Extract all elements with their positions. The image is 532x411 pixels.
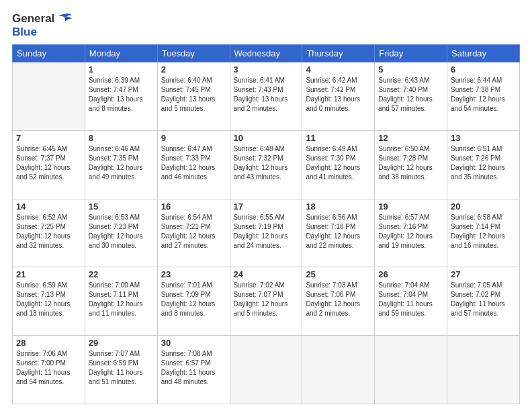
day-number: 3 (234, 64, 299, 75)
header: General Blue (12, 12, 520, 39)
day-info: Sunrise: 6:43 AMSunset: 7:40 PMDaylight:… (378, 76, 443, 113)
table-row: 13Sunrise: 6:51 AMSunset: 7:26 PMDayligh… (447, 130, 520, 199)
day-info: Sunrise: 6:44 AMSunset: 7:38 PMDaylight:… (451, 76, 516, 113)
table-row: 11Sunrise: 6:49 AMSunset: 7:30 PMDayligh… (302, 130, 375, 199)
table-row: 8Sunrise: 6:46 AMSunset: 7:35 PMDaylight… (85, 130, 157, 199)
day-number: 26 (378, 269, 443, 279)
table-row: 6Sunrise: 6:44 AMSunset: 7:38 PMDaylight… (447, 62, 520, 131)
table-row: 29Sunrise: 7:07 AMSunset: 6:59 PMDayligh… (85, 336, 157, 404)
table-row: 20Sunrise: 6:58 AMSunset: 7:14 PMDayligh… (447, 199, 520, 267)
calendar-week-row: 21Sunrise: 6:59 AMSunset: 7:13 PMDayligh… (13, 267, 520, 336)
day-number: 7 (16, 133, 81, 143)
day-number: 16 (161, 201, 226, 212)
day-info: Sunrise: 6:41 AMSunset: 7:43 PMDaylight:… (234, 76, 299, 113)
day-info: Sunrise: 6:52 AMSunset: 7:25 PMDaylight:… (16, 213, 81, 250)
calendar-week-row: 28Sunrise: 7:06 AMSunset: 7:00 PMDayligh… (13, 336, 520, 404)
day-info: Sunrise: 7:06 AMSunset: 7:00 PMDaylight:… (16, 349, 81, 387)
day-number: 6 (451, 64, 516, 75)
day-number: 12 (378, 133, 443, 143)
table-row: 19Sunrise: 6:57 AMSunset: 7:16 PMDayligh… (375, 199, 447, 267)
table-row: 23Sunrise: 7:01 AMSunset: 7:09 PMDayligh… (157, 267, 230, 336)
day-info: Sunrise: 6:39 AMSunset: 7:47 PMDaylight:… (89, 76, 154, 113)
day-info: Sunrise: 7:08 AMSunset: 6:57 PMDaylight:… (161, 349, 226, 387)
day-number: 27 (451, 269, 516, 279)
day-info: Sunrise: 6:47 AMSunset: 7:33 PMDaylight:… (161, 144, 226, 182)
table-row: 1Sunrise: 6:39 AMSunset: 7:47 PMDaylight… (85, 62, 157, 131)
table-row: 16Sunrise: 6:54 AMSunset: 7:21 PMDayligh… (157, 199, 230, 267)
col-friday: Friday (375, 45, 447, 62)
day-number: 10 (234, 133, 299, 143)
day-info: Sunrise: 6:45 AMSunset: 7:37 PMDaylight:… (16, 144, 81, 182)
logo: General Blue (12, 12, 73, 39)
table-row (375, 336, 447, 404)
day-number: 23 (161, 269, 226, 279)
day-info: Sunrise: 6:53 AMSunset: 7:23 PMDaylight:… (89, 213, 154, 250)
table-row (13, 62, 85, 131)
col-thursday: Thursday (302, 45, 375, 62)
logo-general-text: General (12, 12, 54, 26)
day-info: Sunrise: 6:56 AMSunset: 7:18 PMDaylight:… (306, 213, 371, 250)
day-number: 11 (306, 133, 371, 143)
calendar-week-row: 7Sunrise: 6:45 AMSunset: 7:37 PMDaylight… (13, 130, 520, 199)
day-number: 8 (89, 133, 154, 143)
table-row: 21Sunrise: 6:59 AMSunset: 7:13 PMDayligh… (13, 267, 85, 336)
day-info: Sunrise: 6:50 AMSunset: 7:28 PMDaylight:… (378, 144, 443, 182)
day-number: 22 (89, 269, 154, 279)
table-row: 10Sunrise: 6:48 AMSunset: 7:32 PMDayligh… (230, 130, 302, 199)
calendar-week-row: 1Sunrise: 6:39 AMSunset: 7:47 PMDaylight… (13, 62, 520, 131)
day-info: Sunrise: 7:04 AMSunset: 7:04 PMDaylight:… (378, 281, 443, 318)
table-row: 17Sunrise: 6:55 AMSunset: 7:19 PMDayligh… (230, 199, 302, 267)
calendar-header-row: Sunday Monday Tuesday Wednesday Thursday… (13, 45, 520, 62)
day-info: Sunrise: 6:42 AMSunset: 7:42 PMDaylight:… (306, 76, 371, 113)
table-row: 28Sunrise: 7:06 AMSunset: 7:00 PMDayligh… (13, 336, 85, 404)
table-row: 22Sunrise: 7:00 AMSunset: 7:11 PMDayligh… (85, 267, 157, 336)
day-number: 18 (306, 201, 371, 212)
table-row: 25Sunrise: 7:03 AMSunset: 7:06 PMDayligh… (302, 267, 375, 336)
day-number: 29 (89, 338, 154, 348)
day-number: 13 (451, 133, 516, 143)
col-saturday: Saturday (447, 45, 520, 62)
table-row: 3Sunrise: 6:41 AMSunset: 7:43 PMDaylight… (230, 62, 302, 131)
table-row: 24Sunrise: 7:02 AMSunset: 7:07 PMDayligh… (230, 267, 302, 336)
day-info: Sunrise: 7:01 AMSunset: 7:09 PMDaylight:… (161, 281, 226, 318)
day-info: Sunrise: 6:55 AMSunset: 7:19 PMDaylight:… (234, 213, 299, 250)
day-number: 2 (161, 64, 226, 75)
table-row: 14Sunrise: 6:52 AMSunset: 7:25 PMDayligh… (13, 199, 85, 267)
day-number: 5 (378, 64, 443, 75)
table-row: 18Sunrise: 6:56 AMSunset: 7:18 PMDayligh… (302, 199, 375, 267)
table-row (447, 336, 520, 404)
table-row: 12Sunrise: 6:50 AMSunset: 7:28 PMDayligh… (375, 130, 447, 199)
col-wednesday: Wednesday (230, 45, 302, 62)
day-info: Sunrise: 6:40 AMSunset: 7:45 PMDaylight:… (161, 76, 226, 113)
table-row: 7Sunrise: 6:45 AMSunset: 7:37 PMDaylight… (13, 130, 85, 199)
day-number: 21 (16, 269, 81, 279)
calendar-week-row: 14Sunrise: 6:52 AMSunset: 7:25 PMDayligh… (13, 199, 520, 267)
day-number: 17 (234, 201, 299, 212)
day-info: Sunrise: 6:58 AMSunset: 7:14 PMDaylight:… (451, 213, 516, 250)
day-info: Sunrise: 6:51 AMSunset: 7:26 PMDaylight:… (451, 144, 516, 182)
page: General Blue Sunday Monday Tuesday Wedne… (0, 0, 532, 411)
day-info: Sunrise: 6:48 AMSunset: 7:32 PMDaylight:… (234, 144, 299, 182)
day-number: 15 (89, 201, 154, 212)
table-row: 2Sunrise: 6:40 AMSunset: 7:45 PMDaylight… (157, 62, 230, 131)
day-info: Sunrise: 6:46 AMSunset: 7:35 PMDaylight:… (89, 144, 154, 182)
table-row: 15Sunrise: 6:53 AMSunset: 7:23 PMDayligh… (85, 199, 157, 267)
day-info: Sunrise: 7:00 AMSunset: 7:11 PMDaylight:… (89, 281, 154, 318)
table-row: 5Sunrise: 6:43 AMSunset: 7:40 PMDaylight… (375, 62, 447, 131)
table-row: 4Sunrise: 6:42 AMSunset: 7:42 PMDaylight… (302, 62, 375, 131)
calendar-table: Sunday Monday Tuesday Wednesday Thursday… (12, 44, 520, 404)
day-info: Sunrise: 7:03 AMSunset: 7:06 PMDaylight:… (306, 281, 371, 318)
day-number: 1 (89, 64, 154, 75)
col-sunday: Sunday (13, 45, 85, 62)
day-number: 25 (306, 269, 371, 279)
day-info: Sunrise: 7:02 AMSunset: 7:07 PMDaylight:… (234, 281, 299, 318)
table-row (302, 336, 375, 404)
day-info: Sunrise: 6:54 AMSunset: 7:21 PMDaylight:… (161, 213, 226, 250)
day-info: Sunrise: 7:05 AMSunset: 7:02 PMDaylight:… (451, 281, 516, 318)
day-info: Sunrise: 6:57 AMSunset: 7:16 PMDaylight:… (378, 213, 443, 250)
day-info: Sunrise: 6:59 AMSunset: 7:13 PMDaylight:… (16, 281, 81, 318)
day-number: 9 (161, 133, 226, 143)
table-row: 26Sunrise: 7:04 AMSunset: 7:04 PMDayligh… (375, 267, 447, 336)
day-number: 30 (161, 338, 226, 348)
day-number: 24 (234, 269, 299, 279)
